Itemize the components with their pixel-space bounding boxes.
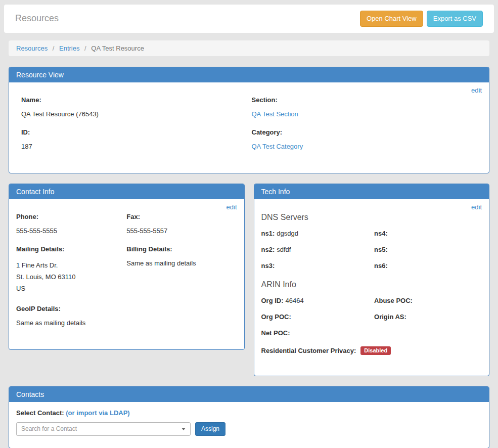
id-field: ID: 187 <box>21 128 252 150</box>
resource-view-panel: Resource View edit Name: QA Test Resourc… <box>9 67 489 173</box>
name-value: QA Test Resource (76543) <box>21 110 252 118</box>
geoip-details-field: GeoIP Details: Same as mailing details <box>16 305 126 327</box>
contact-info-fields: Phone: 555-555-5555 Fax: 555-555-5557 Ma… <box>16 213 237 337</box>
org-id-value: 46464 <box>286 297 304 304</box>
id-label: ID: <box>21 128 252 136</box>
ns6-field: ns6: <box>374 262 482 270</box>
ns2-value: sdfdf <box>277 246 291 253</box>
section-link[interactable]: QA Test Section <box>252 110 298 118</box>
contacts-panel-title: Contacts <box>9 387 489 402</box>
page-header: Resources Open Chart View Export as CSV <box>4 5 494 33</box>
select-contact-label-line: Select Contact: (or import via LDAP) <box>16 409 482 417</box>
export-csv-button[interactable]: Export as CSV <box>427 11 483 27</box>
mailing-details-field: Mailing Details: 1 Fine Arts Dr. St. Lou… <box>16 245 126 294</box>
ns4-label: ns4: <box>374 230 388 237</box>
net-poc-field: Net POC: <box>261 329 375 337</box>
ns1-field: ns1:dgsdgd <box>261 230 375 237</box>
resource-view-left-column: Name: QA Test Resource (76543) ID: 187 <box>21 96 252 161</box>
mailing-details-label: Mailing Details: <box>16 245 126 253</box>
arin-info-grid: Org ID:46464 Abuse POC: Org POC: Origin … <box>261 297 482 345</box>
resource-view-fields: Name: QA Test Resource (76543) ID: 187 S… <box>16 96 482 161</box>
resource-view-edit-link[interactable]: edit <box>16 86 482 94</box>
name-field: Name: QA Test Resource (76543) <box>21 96 252 118</box>
contact-select[interactable]: Search for a Contact <box>16 422 191 436</box>
resource-view-panel-body: edit Name: QA Test Resource (76543) ID: … <box>9 82 489 173</box>
fax-field: Fax: 555-555-5557 <box>126 213 237 235</box>
chevron-down-icon <box>182 428 186 430</box>
org-poc-field: Org POC: <box>261 313 375 321</box>
breadcrumb-separator: / <box>84 44 86 52</box>
breadcrumb: Resources / Entries / QA Test Resource <box>9 40 489 56</box>
ns2-field: ns2:sdfdf <box>261 246 375 253</box>
category-field: Category: QA Test Category <box>252 128 482 150</box>
ns1-value: dgsdgd <box>277 230 298 237</box>
phone-field: Phone: 555-555-5555 <box>16 213 126 235</box>
privacy-status-badge: Disabled <box>360 346 391 355</box>
category-link[interactable]: QA Test Category <box>252 143 303 150</box>
ns4-field: ns4: <box>374 230 482 237</box>
breadcrumb-current: QA Test Resource <box>91 44 144 52</box>
mailing-address-line: US <box>16 283 126 294</box>
contact-info-edit-link[interactable]: edit <box>16 203 237 211</box>
org-id-label: Org ID: <box>261 297 284 304</box>
residential-privacy-field: Residential Customer Privacy:Disabled <box>261 346 482 355</box>
geoip-details-label: GeoIP Details: <box>16 305 126 312</box>
contact-select-placeholder: Search for a Contact <box>21 425 77 432</box>
org-id-field: Org ID:46464 <box>261 297 375 304</box>
mailing-address-line: 1 Fine Arts Dr. <box>16 259 126 271</box>
fax-label: Fax: <box>126 213 237 220</box>
grid-spacer <box>374 329 482 337</box>
open-chart-view-button[interactable]: Open Chart View <box>360 11 423 27</box>
name-label: Name: <box>21 96 252 104</box>
origin-as-field: Origin AS: <box>374 313 482 321</box>
tech-info-panel-title: Tech Info <box>254 184 489 199</box>
ns5-field: ns5: <box>374 246 482 253</box>
dns-servers-grid: ns1:dgsdgd ns4: ns2:sdfdf ns5: ns3: <box>261 230 482 278</box>
phone-label: Phone: <box>16 213 126 220</box>
import-via-ldap-link[interactable]: (or import via LDAP) <box>66 409 129 417</box>
abuse-poc-field: Abuse POC: <box>374 297 482 304</box>
geoip-details-value: Same as mailing details <box>16 319 126 327</box>
org-poc-label: Org POC: <box>261 313 291 321</box>
contact-info-panel-body: edit Phone: 555-555-5555 Fax: 555-555-55… <box>9 199 244 349</box>
abuse-poc-label: Abuse POC: <box>374 297 413 304</box>
ns1-label: ns1: <box>261 230 275 237</box>
ns6-label: ns6: <box>374 262 388 270</box>
section-field: Section: QA Test Section <box>252 96 482 118</box>
select-contact-label: Select Contact: <box>16 409 64 417</box>
contacts-panel: Contacts Select Contact: (or import via … <box>9 386 489 448</box>
contacts-panel-body: Select Contact: (or import via LDAP) Sea… <box>9 402 489 448</box>
id-value: 187 <box>21 143 252 150</box>
breadcrumb-separator: / <box>53 44 55 52</box>
fax-value: 555-555-5557 <box>126 227 237 235</box>
residential-privacy-label: Residential Customer Privacy: <box>261 347 356 354</box>
page-title: Resources <box>15 13 59 24</box>
net-poc-label: Net POC: <box>261 329 290 337</box>
info-panels-row: Contact Info edit Phone: 555-555-5555 Fa… <box>9 184 489 386</box>
assign-button[interactable]: Assign <box>195 422 225 436</box>
arin-info-heading: ARIN Info <box>261 280 482 289</box>
breadcrumb-entries-link[interactable]: Entries <box>59 44 79 52</box>
content-container: Resources / Entries / QA Test Resource R… <box>4 40 494 448</box>
header-actions: Open Chart View Export as CSV <box>360 11 483 27</box>
section-label: Section: <box>252 96 482 104</box>
ns3-label: ns3: <box>261 262 275 270</box>
tech-info-edit-link[interactable]: edit <box>261 203 482 211</box>
breadcrumb-resources-link[interactable]: Resources <box>16 44 48 52</box>
billing-details-field: Billing Details: Same as mailing details <box>126 245 237 294</box>
resource-view-panel-title: Resource View <box>9 67 489 82</box>
billing-details-label: Billing Details: <box>126 245 237 253</box>
ns3-field: ns3: <box>261 262 375 270</box>
tech-info-panel-body: edit DNS Servers ns1:dgsdgd ns4: ns2:sdf… <box>254 199 489 376</box>
resource-view-right-column: Section: QA Test Section Category: QA Te… <box>252 96 482 161</box>
phone-value: 555-555-5555 <box>16 227 126 235</box>
mailing-address-line: St. Louis, MO 63110 <box>16 271 126 283</box>
billing-details-value: Same as mailing details <box>126 259 237 267</box>
dns-servers-heading: DNS Servers <box>261 213 482 222</box>
origin-as-label: Origin AS: <box>374 313 406 321</box>
contact-info-panel-title: Contact Info <box>9 184 244 199</box>
contact-info-panel: Contact Info edit Phone: 555-555-5555 Fa… <box>9 184 245 350</box>
contact-controls: Search for a Contact Assign <box>16 422 482 436</box>
ns5-label: ns5: <box>374 246 388 253</box>
tech-info-panel: Tech Info edit DNS Servers ns1:dgsdgd ns… <box>254 184 490 376</box>
